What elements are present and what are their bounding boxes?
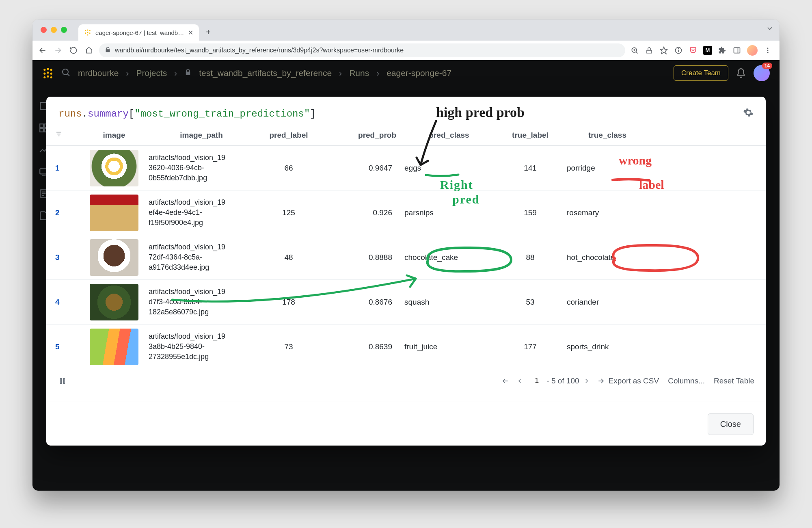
- svg-rect-18: [734, 48, 740, 53]
- filter-icon[interactable]: [55, 130, 63, 140]
- svg-rect-49: [63, 378, 65, 384]
- new-tab-button[interactable]: +: [201, 25, 215, 39]
- create-team-button[interactable]: Create Team: [674, 65, 728, 81]
- browser-tab[interactable]: eager-sponge-67 | test_wandb… ✕: [78, 24, 199, 41]
- modal-footer: Close: [46, 402, 766, 439]
- code-runs: runs: [58, 108, 82, 119]
- page-input[interactable]: [527, 376, 546, 386]
- address-bar[interactable]: wandb.ai/mrdbourke/test_wandb_artifacts_…: [99, 43, 625, 57]
- col-true-label[interactable]: true_label: [512, 131, 549, 140]
- code-summary: summary: [88, 108, 129, 119]
- kebab-menu-icon[interactable]: [763, 46, 772, 55]
- crumb-project-name[interactable]: test_wandb_artifacts_by_reference: [199, 68, 332, 78]
- table-row[interactable]: 5 artifacts/food_vision_19 3a8b-4b25-984…: [46, 325, 766, 369]
- wandb-favicon-icon: [84, 29, 91, 36]
- table-pager: - 5 of 100 Export as CSV Columns... Rese…: [46, 369, 766, 390]
- profile-avatar[interactable]: [747, 45, 758, 56]
- row-thumbnail[interactable]: [90, 150, 138, 186]
- share-icon[interactable]: [645, 46, 654, 55]
- sidepanel-icon[interactable]: [732, 46, 741, 55]
- close-button[interactable]: Close: [708, 413, 754, 435]
- svg-point-2: [89, 30, 91, 31]
- table-row[interactable]: 3 artifacts/food_vision_19 72df-4364-8c5…: [46, 235, 766, 280]
- row-index: 4: [55, 298, 80, 307]
- star-icon[interactable]: [659, 46, 668, 55]
- row-true-label: 177: [494, 342, 567, 351]
- zoom-icon[interactable]: [630, 46, 639, 55]
- row-index: 2: [55, 208, 80, 217]
- crumb-projects[interactable]: Projects: [136, 68, 167, 78]
- col-image-path[interactable]: image_path: [180, 131, 223, 140]
- crumb-run-name[interactable]: eager-sponge-67: [387, 68, 451, 78]
- home-button[interactable]: [84, 45, 94, 56]
- col-pred-class[interactable]: pred_class: [429, 131, 469, 140]
- svg-point-28: [50, 73, 52, 75]
- row-pred-prob: 0.8888: [323, 253, 404, 262]
- info-icon[interactable]: [674, 46, 683, 55]
- row-thumbnail[interactable]: [90, 284, 138, 320]
- svg-point-21: [767, 50, 769, 51]
- wandb-app: mrdbourke › Projects › test_wandb_artifa…: [32, 60, 780, 491]
- row-pred-prob: 0.926: [323, 208, 404, 217]
- browser-tabbar: eager-sponge-67 | test_wandb… ✕ +: [32, 19, 780, 41]
- back-button[interactable]: [37, 45, 48, 56]
- tab-title: eager-sponge-67 | test_wandb…: [95, 29, 184, 36]
- col-pred-prob[interactable]: pred_prob: [358, 131, 404, 140]
- forward-button[interactable]: [53, 45, 63, 56]
- row-image-path: artifacts/food_vision_19 3a8b-4b25-9840-…: [149, 331, 254, 362]
- prev-page-icon[interactable]: [515, 376, 525, 386]
- extension-m-icon[interactable]: M: [703, 46, 712, 55]
- row-thumbnail[interactable]: [90, 195, 138, 231]
- column-settings-icon[interactable]: [58, 376, 67, 386]
- tab-close-icon[interactable]: ✕: [188, 29, 193, 37]
- table-row[interactable]: 1 artifacts/food_vision_19 3620-4036-94c…: [46, 146, 766, 190]
- reset-table-link[interactable]: Reset Table: [714, 377, 754, 385]
- chevron-right-icon: ›: [174, 68, 177, 78]
- row-true-label: 53: [494, 298, 567, 307]
- search-icon[interactable]: [61, 67, 71, 79]
- user-avatar[interactable]: 14: [754, 65, 770, 81]
- svg-point-27: [47, 71, 49, 74]
- bell-icon[interactable]: [736, 68, 746, 78]
- row-image-path: artifacts/food_vision_19 72df-4364-8c5a-…: [149, 242, 254, 273]
- row-index: 1: [55, 164, 80, 173]
- chevron-right-icon: ›: [376, 68, 379, 78]
- next-page-icon[interactable]: [582, 376, 592, 386]
- svg-point-3: [85, 32, 86, 34]
- row-pred-class: squash: [404, 298, 494, 307]
- table-row[interactable]: 2 artifacts/food_vision_19 ef4e-4ede-94c…: [46, 190, 766, 235]
- row-true-class: porridge: [567, 164, 648, 173]
- svg-point-30: [47, 76, 49, 78]
- last-page-icon[interactable]: [596, 376, 606, 386]
- wandb-logo-icon[interactable]: [42, 67, 54, 79]
- columns-link[interactable]: Columns...: [668, 377, 705, 385]
- window-maximize-button[interactable]: [61, 27, 67, 33]
- crumb-user[interactable]: mrdbourke: [78, 68, 119, 78]
- col-image[interactable]: image: [103, 131, 125, 140]
- svg-point-25: [50, 69, 52, 71]
- crumb-runs[interactable]: Runs: [349, 68, 369, 78]
- first-page-icon[interactable]: [500, 376, 510, 386]
- row-pred-prob: 0.8676: [323, 298, 404, 307]
- tab-overflow-icon[interactable]: [766, 24, 774, 34]
- col-pred-label[interactable]: pred_label: [269, 131, 308, 140]
- svg-point-0: [85, 30, 86, 31]
- table-header: image image_path pred_label pred_prob pr…: [46, 125, 766, 146]
- extensions-puzzle-icon[interactable]: [718, 46, 727, 55]
- row-pred-label: 73: [254, 342, 323, 351]
- pocket-icon[interactable]: [689, 46, 698, 55]
- table-row[interactable]: 4 artifacts/food_vision_19 d7f3-4c0a-8bb…: [46, 280, 766, 325]
- row-thumbnail[interactable]: [90, 239, 138, 276]
- col-true-class[interactable]: true_class: [588, 131, 626, 140]
- row-thumbnail[interactable]: [90, 329, 138, 365]
- window-minimize-button[interactable]: [51, 27, 57, 33]
- svg-rect-37: [40, 128, 43, 132]
- row-pred-label: 178: [254, 298, 323, 307]
- row-pred-label: 125: [254, 208, 323, 217]
- export-csv-link[interactable]: Export as CSV: [609, 377, 659, 385]
- svg-line-10: [636, 52, 637, 53]
- gear-icon[interactable]: [743, 107, 754, 121]
- chevron-right-icon: ›: [339, 68, 342, 78]
- window-close-button[interactable]: [41, 27, 47, 33]
- reload-button[interactable]: [68, 45, 79, 56]
